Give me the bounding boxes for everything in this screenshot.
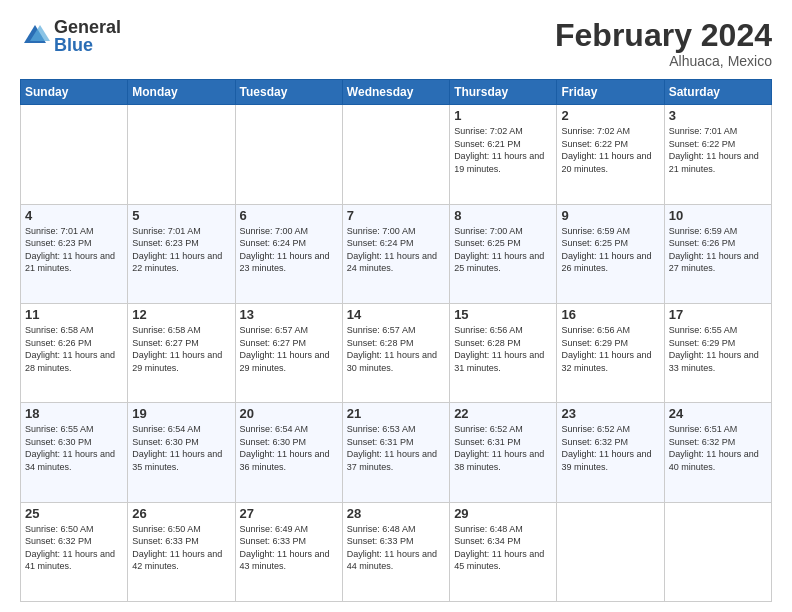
day-info: Sunrise: 6:58 AM Sunset: 6:26 PM Dayligh…: [25, 324, 123, 374]
calendar-day-cell: 21Sunrise: 6:53 AM Sunset: 6:31 PM Dayli…: [342, 403, 449, 502]
day-info: Sunrise: 6:58 AM Sunset: 6:27 PM Dayligh…: [132, 324, 230, 374]
day-info: Sunrise: 6:59 AM Sunset: 6:25 PM Dayligh…: [561, 225, 659, 275]
day-number: 17: [669, 307, 767, 322]
calendar-day-cell: 16Sunrise: 6:56 AM Sunset: 6:29 PM Dayli…: [557, 303, 664, 402]
day-info: Sunrise: 6:52 AM Sunset: 6:31 PM Dayligh…: [454, 423, 552, 473]
calendar-day-cell: 29Sunrise: 6:48 AM Sunset: 6:34 PM Dayli…: [450, 502, 557, 601]
calendar-day-cell: 4Sunrise: 7:01 AM Sunset: 6:23 PM Daylig…: [21, 204, 128, 303]
calendar-day-cell: [128, 105, 235, 204]
day-info: Sunrise: 6:57 AM Sunset: 6:28 PM Dayligh…: [347, 324, 445, 374]
day-number: 1: [454, 108, 552, 123]
day-info: Sunrise: 6:55 AM Sunset: 6:30 PM Dayligh…: [25, 423, 123, 473]
page: General Blue February 2024 Alhuaca, Mexi…: [0, 0, 792, 612]
day-info: Sunrise: 6:57 AM Sunset: 6:27 PM Dayligh…: [240, 324, 338, 374]
calendar-day-cell: 11Sunrise: 6:58 AM Sunset: 6:26 PM Dayli…: [21, 303, 128, 402]
day-number: 14: [347, 307, 445, 322]
day-number: 11: [25, 307, 123, 322]
day-number: 6: [240, 208, 338, 223]
calendar-day-header: Wednesday: [342, 80, 449, 105]
calendar-day-cell: 13Sunrise: 6:57 AM Sunset: 6:27 PM Dayli…: [235, 303, 342, 402]
calendar-day-cell: 5Sunrise: 7:01 AM Sunset: 6:23 PM Daylig…: [128, 204, 235, 303]
calendar-day-cell: 19Sunrise: 6:54 AM Sunset: 6:30 PM Dayli…: [128, 403, 235, 502]
day-info: Sunrise: 6:51 AM Sunset: 6:32 PM Dayligh…: [669, 423, 767, 473]
main-title: February 2024: [555, 18, 772, 53]
day-number: 15: [454, 307, 552, 322]
day-info: Sunrise: 7:02 AM Sunset: 6:22 PM Dayligh…: [561, 125, 659, 175]
calendar-day-cell: [557, 502, 664, 601]
calendar-week-row: 25Sunrise: 6:50 AM Sunset: 6:32 PM Dayli…: [21, 502, 772, 601]
day-number: 24: [669, 406, 767, 421]
day-info: Sunrise: 7:00 AM Sunset: 6:25 PM Dayligh…: [454, 225, 552, 275]
day-number: 28: [347, 506, 445, 521]
subtitle: Alhuaca, Mexico: [555, 53, 772, 69]
day-number: 21: [347, 406, 445, 421]
calendar-day-cell: 26Sunrise: 6:50 AM Sunset: 6:33 PM Dayli…: [128, 502, 235, 601]
calendar-week-row: 18Sunrise: 6:55 AM Sunset: 6:30 PM Dayli…: [21, 403, 772, 502]
day-number: 12: [132, 307, 230, 322]
day-number: 22: [454, 406, 552, 421]
day-number: 29: [454, 506, 552, 521]
logo-general-text: General: [54, 18, 121, 36]
calendar-day-cell: 25Sunrise: 6:50 AM Sunset: 6:32 PM Dayli…: [21, 502, 128, 601]
day-number: 18: [25, 406, 123, 421]
day-number: 2: [561, 108, 659, 123]
day-info: Sunrise: 6:55 AM Sunset: 6:29 PM Dayligh…: [669, 324, 767, 374]
calendar-day-cell: [664, 502, 771, 601]
day-info: Sunrise: 6:50 AM Sunset: 6:33 PM Dayligh…: [132, 523, 230, 573]
calendar-day-cell: 22Sunrise: 6:52 AM Sunset: 6:31 PM Dayli…: [450, 403, 557, 502]
calendar-day-header: Thursday: [450, 80, 557, 105]
day-info: Sunrise: 6:54 AM Sunset: 6:30 PM Dayligh…: [132, 423, 230, 473]
calendar-day-cell: 9Sunrise: 6:59 AM Sunset: 6:25 PM Daylig…: [557, 204, 664, 303]
day-info: Sunrise: 6:54 AM Sunset: 6:30 PM Dayligh…: [240, 423, 338, 473]
calendar-day-cell: 7Sunrise: 7:00 AM Sunset: 6:24 PM Daylig…: [342, 204, 449, 303]
day-info: Sunrise: 7:02 AM Sunset: 6:21 PM Dayligh…: [454, 125, 552, 175]
calendar-day-cell: [235, 105, 342, 204]
day-info: Sunrise: 7:01 AM Sunset: 6:22 PM Dayligh…: [669, 125, 767, 175]
calendar-week-row: 11Sunrise: 6:58 AM Sunset: 6:26 PM Dayli…: [21, 303, 772, 402]
day-info: Sunrise: 6:56 AM Sunset: 6:28 PM Dayligh…: [454, 324, 552, 374]
day-info: Sunrise: 7:01 AM Sunset: 6:23 PM Dayligh…: [25, 225, 123, 275]
calendar-day-cell: [342, 105, 449, 204]
day-number: 23: [561, 406, 659, 421]
calendar-week-row: 4Sunrise: 7:01 AM Sunset: 6:23 PM Daylig…: [21, 204, 772, 303]
calendar-day-cell: 6Sunrise: 7:00 AM Sunset: 6:24 PM Daylig…: [235, 204, 342, 303]
calendar-day-header: Monday: [128, 80, 235, 105]
calendar-day-header: Saturday: [664, 80, 771, 105]
day-info: Sunrise: 6:53 AM Sunset: 6:31 PM Dayligh…: [347, 423, 445, 473]
calendar-day-cell: 2Sunrise: 7:02 AM Sunset: 6:22 PM Daylig…: [557, 105, 664, 204]
logo: General Blue: [20, 18, 121, 54]
day-number: 7: [347, 208, 445, 223]
day-info: Sunrise: 7:00 AM Sunset: 6:24 PM Dayligh…: [347, 225, 445, 275]
calendar-day-cell: 17Sunrise: 6:55 AM Sunset: 6:29 PM Dayli…: [664, 303, 771, 402]
calendar-day-cell: 18Sunrise: 6:55 AM Sunset: 6:30 PM Dayli…: [21, 403, 128, 502]
logo-icon: [20, 21, 50, 51]
day-info: Sunrise: 6:49 AM Sunset: 6:33 PM Dayligh…: [240, 523, 338, 573]
day-info: Sunrise: 7:00 AM Sunset: 6:24 PM Dayligh…: [240, 225, 338, 275]
calendar-day-header: Tuesday: [235, 80, 342, 105]
calendar-day-cell: 27Sunrise: 6:49 AM Sunset: 6:33 PM Dayli…: [235, 502, 342, 601]
calendar-day-cell: 24Sunrise: 6:51 AM Sunset: 6:32 PM Dayli…: [664, 403, 771, 502]
day-number: 26: [132, 506, 230, 521]
day-number: 8: [454, 208, 552, 223]
day-info: Sunrise: 6:52 AM Sunset: 6:32 PM Dayligh…: [561, 423, 659, 473]
logo-text: General Blue: [54, 18, 121, 54]
calendar-day-cell: 15Sunrise: 6:56 AM Sunset: 6:28 PM Dayli…: [450, 303, 557, 402]
day-number: 10: [669, 208, 767, 223]
day-info: Sunrise: 6:56 AM Sunset: 6:29 PM Dayligh…: [561, 324, 659, 374]
calendar-day-cell: 1Sunrise: 7:02 AM Sunset: 6:21 PM Daylig…: [450, 105, 557, 204]
day-info: Sunrise: 6:48 AM Sunset: 6:34 PM Dayligh…: [454, 523, 552, 573]
day-number: 4: [25, 208, 123, 223]
calendar-day-cell: 12Sunrise: 6:58 AM Sunset: 6:27 PM Dayli…: [128, 303, 235, 402]
calendar-day-header: Sunday: [21, 80, 128, 105]
calendar-day-cell: 3Sunrise: 7:01 AM Sunset: 6:22 PM Daylig…: [664, 105, 771, 204]
calendar-day-header: Friday: [557, 80, 664, 105]
day-number: 20: [240, 406, 338, 421]
day-number: 5: [132, 208, 230, 223]
calendar-day-cell: [21, 105, 128, 204]
day-info: Sunrise: 6:48 AM Sunset: 6:33 PM Dayligh…: [347, 523, 445, 573]
day-number: 27: [240, 506, 338, 521]
calendar-table: SundayMondayTuesdayWednesdayThursdayFrid…: [20, 79, 772, 602]
day-number: 9: [561, 208, 659, 223]
day-number: 25: [25, 506, 123, 521]
calendar-day-cell: 8Sunrise: 7:00 AM Sunset: 6:25 PM Daylig…: [450, 204, 557, 303]
